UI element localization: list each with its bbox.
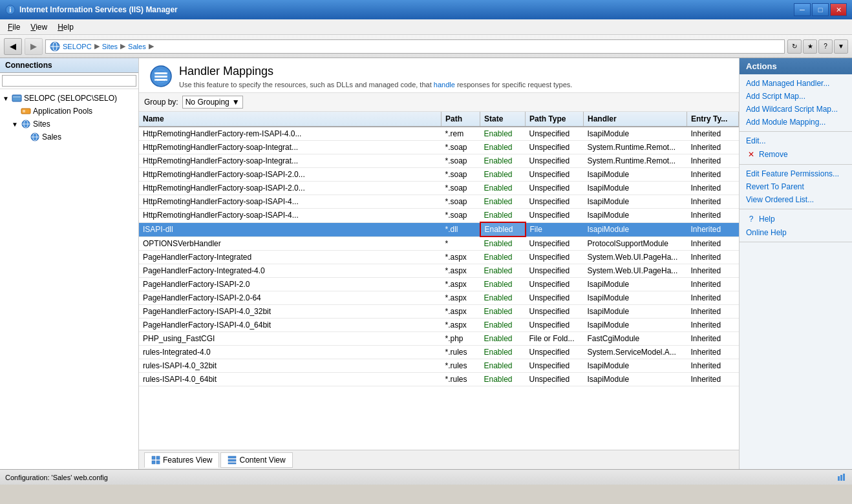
col-handler[interactable]: Handler <box>584 112 687 127</box>
col-entry-type[interactable]: Entry Ty... <box>687 112 739 127</box>
table-row[interactable]: PageHandlerFactory-ISAPI-2.0-64*.aspxEna… <box>139 291 739 305</box>
tree-toggle-apppools <box>12 108 21 115</box>
refresh-button[interactable]: ↻ <box>787 39 802 54</box>
action-edit-feature-permissions: Edit Feature Permissions... <box>740 167 852 180</box>
table-row[interactable]: PageHandlerFactory-Integrated-4.0*.aspxE… <box>139 264 739 278</box>
tree-label-server: SELOPC (SELOPC\SELO) <box>24 94 117 103</box>
menu-file[interactable]: File <box>3 21 25 33</box>
actions-header: Actions <box>740 58 852 74</box>
table-row[interactable]: OPTIONSVerbHandler*EnabledUnspecifiedPro… <box>139 236 739 251</box>
content-header-text: Handler Mappings Use this feature to spe… <box>179 65 572 89</box>
table-row[interactable]: ISAPI-dll*.dllEnabledFileIsapiModuleInhe… <box>139 222 739 236</box>
col-path-type[interactable]: Path Type <box>526 112 584 127</box>
tree-toggle-sites[interactable]: ▼ <box>12 121 21 128</box>
content-header: Handler Mappings Use this feature to spe… <box>139 58 739 93</box>
network-icon <box>836 472 847 483</box>
tab-content-view[interactable]: Content View <box>220 452 292 468</box>
tree-label-app-pools: Application Pools <box>33 107 92 116</box>
handler-mappings-icon <box>149 65 173 88</box>
action-help: ? Help <box>740 212 852 226</box>
state-cell: Enabled <box>480 141 526 154</box>
help-icon: ? <box>746 214 756 224</box>
name-cell: PageHandlerFactory-Integrated-4.0 <box>139 264 442 278</box>
table-row[interactable]: rules-ISAPI-4.0_32bit*.rulesEnabledUnspe… <box>139 359 739 373</box>
name-cell: HttpRemotingHandlerFactory-rem-ISAPI-4.0… <box>139 127 442 141</box>
svg-rect-28 <box>840 475 842 481</box>
more-button[interactable]: ▼ <box>834 39 848 54</box>
breadcrumb-sites[interactable]: Sites <box>102 43 118 50</box>
table-row[interactable]: HttpRemotingHandlerFactory-soap-ISAPI-2.… <box>139 168 739 182</box>
edit-link[interactable]: Edit... <box>746 136 766 145</box>
tab-features-view[interactable]: Features View <box>144 452 219 468</box>
tree-label-sites: Sites <box>33 120 50 129</box>
table-row[interactable]: HttpRemotingHandlerFactory-soap-Integrat… <box>139 141 739 154</box>
state-cell: Enabled <box>480 346 526 359</box>
table-row[interactable]: PageHandlerFactory-Integrated*.aspxEnabl… <box>139 251 739 264</box>
action-revert-to-parent: Revert To Parent <box>740 180 852 193</box>
tree-item-sales[interactable]: Sales <box>0 131 138 143</box>
minimize-button[interactable]: ─ <box>794 3 811 16</box>
add-module-mapping-link[interactable]: Add Module Mapping... <box>746 118 825 127</box>
table-row[interactable]: PageHandlerFactory-ISAPI-4.0_64bit*.aspx… <box>139 319 739 332</box>
tree-item-sites[interactable]: ▼ Sites <box>0 118 138 131</box>
features-view-icon <box>151 456 160 465</box>
col-state[interactable]: State <box>480 112 526 127</box>
breadcrumb-selopc[interactable]: SELOPC <box>63 43 92 50</box>
svg-rect-27 <box>838 476 840 481</box>
menu-view[interactable]: View <box>25 21 52 33</box>
edit-feature-permissions-link[interactable]: Edit Feature Permissions... <box>746 169 839 178</box>
back-button[interactable]: ◀ <box>4 38 22 55</box>
add-script-map-link[interactable]: Add Script Map... <box>746 92 805 101</box>
status-bar: Configuration: 'Sales' web.config <box>0 469 852 485</box>
table-row[interactable]: HttpRemotingHandlerFactory-rem-ISAPI-4.0… <box>139 127 739 141</box>
forward-button[interactable]: ▶ <box>25 38 43 55</box>
connections-search-area <box>0 73 138 89</box>
col-path[interactable]: Path <box>442 112 480 127</box>
col-name[interactable]: Name <box>139 112 442 127</box>
table-row[interactable]: HttpRemotingHandlerFactory-soap-ISAPI-4.… <box>139 209 739 223</box>
connections-search-input[interactable] <box>2 75 136 87</box>
menu-bar: File View Help <box>0 19 852 35</box>
state-cell: Enabled <box>480 264 526 278</box>
online-help-link[interactable]: Online Help <box>746 228 787 237</box>
view-ordered-list-link[interactable]: View Ordered List... <box>746 195 814 204</box>
name-cell: PageHandlerFactory-ISAPI-2.0 <box>139 278 442 291</box>
table-row[interactable]: rules-Integrated-4.0*.rulesEnabledUnspec… <box>139 346 739 359</box>
add-managed-handler-link[interactable]: Add Managed Handler... <box>746 79 829 88</box>
revert-to-parent-link[interactable]: Revert To Parent <box>746 182 804 191</box>
table-row[interactable]: PHP_using_FastCGI*.phpEnabledFile or Fol… <box>139 332 739 346</box>
table-row[interactable]: PageHandlerFactory-ISAPI-4.0_32bit*.aspx… <box>139 305 739 319</box>
title-bar-left: i Internet Information Services (IIS) Ma… <box>5 5 178 15</box>
tab-content-view-label: Content View <box>239 456 285 465</box>
toolbar-right: ↻ ★ ? ▼ <box>787 39 848 54</box>
help-link[interactable]: Help <box>759 215 775 224</box>
svg-rect-6 <box>13 96 21 98</box>
table-row[interactable]: HttpRemotingHandlerFactory-soap-ISAPI-4.… <box>139 195 739 209</box>
name-cell: rules-Integrated-4.0 <box>139 346 442 359</box>
name-cell: HttpRemotingHandlerFactory-soap-Integrat… <box>139 141 442 154</box>
menu-help[interactable]: Help <box>52 21 79 33</box>
actions-group-add: Add Managed Handler... Add Script Map...… <box>740 74 852 132</box>
bottom-tabs: Features View Content View <box>139 450 739 469</box>
tree-item-app-pools[interactable]: Application Pools <box>0 105 138 118</box>
table-body: HttpRemotingHandlerFactory-rem-ISAPI-4.0… <box>139 127 739 386</box>
tree-toggle-server[interactable]: ▼ <box>3 95 12 102</box>
tree-item-server[interactable]: ▼ SELOPC (SELOPC\SELO) <box>0 92 138 105</box>
table-row[interactable]: HttpRemotingHandlerFactory-soap-ISAPI-2.… <box>139 182 739 195</box>
state-cell: Enabled <box>480 278 526 291</box>
help-icon-button[interactable]: ? <box>818 39 833 54</box>
name-cell: PHP_using_FastCGI <box>139 332 442 346</box>
app-pools-icon <box>21 106 31 116</box>
table-row[interactable]: PageHandlerFactory-ISAPI-2.0*.aspxEnable… <box>139 278 739 291</box>
breadcrumb-sales[interactable]: Sales <box>128 43 146 50</box>
favorites-button[interactable]: ★ <box>803 39 817 54</box>
remove-link[interactable]: Remove <box>759 150 788 159</box>
add-wildcard-script-map-link[interactable]: Add Wildcard Script Map... <box>746 105 838 114</box>
close-button[interactable]: ✕ <box>830 3 847 16</box>
maximize-button[interactable]: □ <box>812 3 829 16</box>
table-row[interactable]: HttpRemotingHandlerFactory-soap-Integrat… <box>139 154 739 168</box>
groupby-dropdown[interactable]: No Grouping ▼ <box>182 96 243 109</box>
name-cell: PageHandlerFactory-ISAPI-4.0_64bit <box>139 319 442 332</box>
table-row[interactable]: rules-ISAPI-4.0_64bit*.rulesEnabledUnspe… <box>139 373 739 386</box>
name-cell: HttpRemotingHandlerFactory-soap-ISAPI-4.… <box>139 209 442 223</box>
